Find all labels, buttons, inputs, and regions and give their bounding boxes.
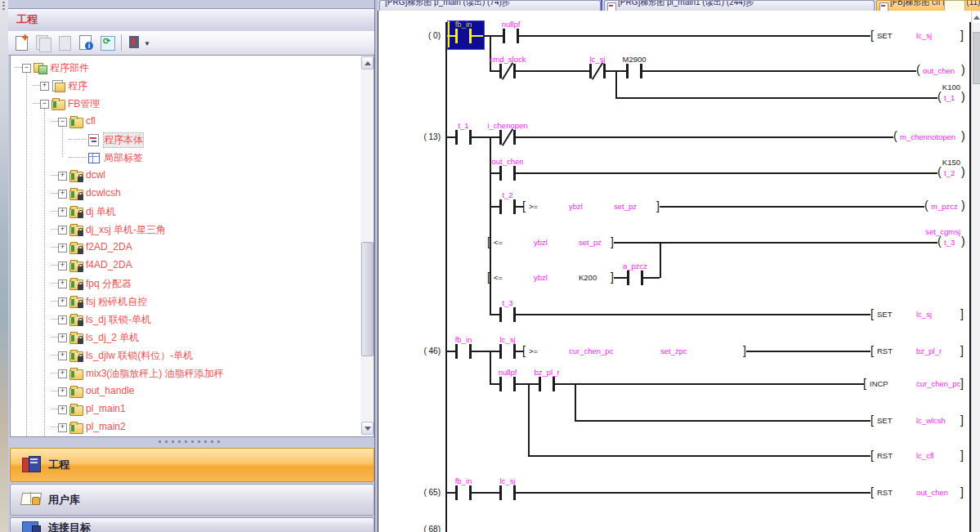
tree-item-label[interactable]: ls_dj 联锁-单机 — [86, 313, 151, 327]
tree-item-label[interactable]: ls_djlw 联锁(料位）-单机 — [86, 349, 193, 363]
instruction-operand[interactable]: out_chen — [916, 488, 948, 497]
compare-operand[interactable]: set_pz — [614, 202, 637, 211]
tree-item[interactable]: +pl_main2 — [11, 418, 354, 436]
tree-item-label[interactable]: f2AD_2DA — [86, 241, 132, 253]
tree-item-label[interactable]: pl_main2 — [86, 421, 126, 432]
tree-scrollbar[interactable] — [360, 56, 373, 435]
tree-item[interactable]: +dj 单机 — [11, 203, 354, 221]
tree-expand-toggle[interactable]: − — [58, 118, 67, 127]
instruction-operand[interactable]: lc_cfl — [916, 451, 934, 460]
tree-scroll-up[interactable] — [361, 56, 374, 69]
tree-expand-toggle[interactable]: − — [22, 64, 31, 73]
contact-nc[interactable] — [499, 129, 516, 145]
contact-no[interactable] — [499, 485, 516, 501]
tree-item[interactable]: 程序本体 — [11, 131, 354, 149]
panel-splitter[interactable] — [8, 436, 374, 447]
tree-item-label[interactable]: 程序本体 — [104, 133, 143, 147]
tree-scroll-thumb[interactable] — [361, 242, 374, 356]
coil-operand[interactable]: t_3 — [944, 238, 955, 247]
tree-expand-toggle[interactable]: + — [58, 387, 67, 396]
tree-item[interactable]: +dcwlcsh — [11, 185, 354, 203]
tree-item-label[interactable]: mix3(油脂放秤上) 油脂秤添加秤 — [86, 367, 224, 381]
tree-item[interactable]: +mix3(油脂放秤上) 油脂秤添加秤 — [11, 364, 354, 382]
tree-item-label[interactable]: out_handle — [86, 385, 134, 396]
tree-item-label[interactable]: fpq 分配器 — [86, 277, 132, 291]
tree-expand-toggle[interactable]: + — [58, 244, 67, 253]
tree-item[interactable]: +dcwl — [11, 167, 354, 185]
tree-expand-toggle[interactable]: + — [40, 82, 49, 91]
tree-item-label[interactable]: 程序部件 — [50, 61, 89, 75]
instruction-mnemonic[interactable]: RST — [877, 451, 893, 460]
instruction-mnemonic[interactable]: RST — [877, 346, 893, 355]
tree-item[interactable]: +fsj 粉碎机自控 — [11, 293, 354, 311]
coil-operand[interactable]: m_pzcz — [931, 202, 958, 211]
tree-item[interactable]: +ls_dj_2 单机 — [11, 329, 354, 346]
tree-item[interactable]: +程序 — [11, 77, 354, 95]
contact-no[interactable] — [455, 129, 472, 145]
tree-item[interactable]: +out_handle — [11, 382, 354, 400]
tree-expand-toggle[interactable]: + — [58, 333, 67, 342]
tree-item[interactable]: 局部标签 — [11, 149, 354, 167]
tree-expand-toggle[interactable]: + — [58, 262, 67, 270]
tree-item[interactable]: +ls_djlw 联锁(料位）-单机 — [11, 346, 354, 364]
contact-no[interactable] — [499, 165, 516, 181]
tree-expand-toggle[interactable]: + — [58, 369, 67, 378]
tree-expand-toggle[interactable]: + — [58, 297, 67, 306]
compare-operand[interactable]: ybzl — [534, 273, 548, 282]
tree-expand-toggle[interactable]: + — [58, 190, 67, 199]
compare-operand[interactable]: K200 — [579, 273, 597, 282]
editor-tab-2[interactable]: [PRG]梯形图 pl_main1 (读出) (244)步 — [604, 0, 875, 11]
contact-no[interactable] — [499, 199, 516, 215]
tree-expand-toggle[interactable]: + — [58, 315, 67, 324]
compare-operand[interactable]: set_zpc — [660, 346, 687, 355]
new-data-button[interactable]: ✚ — [13, 34, 31, 51]
dock-grip-handle[interactable] — [2, 2, 5, 11]
tree-item[interactable]: +f2AD_2DA — [11, 239, 354, 257]
contact-nc[interactable] — [589, 63, 606, 79]
tree-expand-toggle[interactable]: + — [58, 423, 67, 432]
paste-button[interactable] — [56, 34, 74, 51]
tree-expand-toggle[interactable]: − — [40, 100, 49, 109]
nav-button-user-library[interactable]: 用户库 — [10, 484, 374, 516]
tree-expand-toggle[interactable]: + — [58, 279, 67, 288]
tree-item-label[interactable]: 程序 — [68, 79, 87, 93]
contact-no[interactable] — [539, 376, 555, 392]
tree-item-label[interactable]: pl_main1 — [86, 403, 126, 414]
tab-corner-button[interactable] — [944, 0, 965, 11]
instruction-operand[interactable]: lc_sj — [916, 31, 932, 40]
tree-item-label[interactable]: dcwl — [86, 169, 105, 181]
tree-item[interactable]: +f4AD_2DA — [11, 257, 354, 275]
contact-no[interactable] — [503, 28, 519, 44]
compare-operand[interactable]: ybzl — [534, 238, 548, 247]
sort-filter-button[interactable]: ▼ — [128, 34, 154, 51]
tree-expand-toggle[interactable]: + — [58, 208, 67, 217]
tree-item-label[interactable]: 局部标签 — [104, 151, 143, 165]
coil-operand[interactable]: t_1 — [944, 93, 955, 102]
tree-item[interactable]: +fpq 分配器 — [11, 275, 354, 293]
instruction-operand[interactable]: lc_sj — [916, 310, 932, 319]
nav-button-project[interactable]: 工程 — [10, 448, 374, 482]
instruction-operand[interactable]: lc_wlcsh — [916, 416, 946, 425]
compare-operand[interactable]: cur_chen_pc — [569, 346, 613, 355]
contact-nc[interactable] — [499, 63, 516, 79]
tree-expand-toggle[interactable]: + — [58, 172, 67, 181]
tree-item[interactable]: +pl_main1 — [11, 400, 354, 418]
ladder-scrollbar[interactable] — [971, 11, 980, 532]
tree-item[interactable]: −FB管理 — [11, 95, 354, 113]
tree-item-label[interactable]: fsj 粉碎机自控 — [86, 295, 147, 309]
compare-operand[interactable]: set_pz — [579, 238, 602, 247]
contact-no[interactable] — [626, 63, 642, 79]
instruction-mnemonic[interactable]: RST — [877, 488, 893, 497]
instruction-operand[interactable]: bz_pl_r — [916, 346, 942, 355]
instruction-mnemonic[interactable]: SET — [877, 310, 892, 319]
tree-item-label[interactable]: FB管理 — [68, 97, 100, 111]
tree-item-label[interactable]: dj_xsj 单机-星三角 — [86, 223, 166, 237]
ladder-scroll-up[interactable] — [973, 12, 980, 23]
tree-item[interactable]: +ls_dj 联锁-单机 — [11, 311, 354, 329]
instruction-operand[interactable]: cur_chen_pc — [916, 379, 960, 388]
tree-expand-toggle[interactable]: + — [58, 405, 67, 414]
contact-no[interactable] — [455, 28, 472, 44]
contact-no[interactable] — [499, 376, 516, 392]
coil-operand[interactable]: out_chen — [923, 66, 955, 75]
coil-operand[interactable]: t_2 — [944, 168, 955, 177]
